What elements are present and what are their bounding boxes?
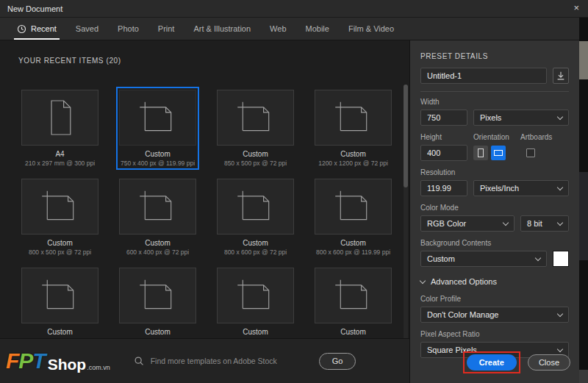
tab-label: Photo — [118, 24, 139, 33]
tab-recent[interactable]: Recent — [7, 18, 66, 40]
tab-label: Recent — [31, 24, 57, 33]
orientation-group — [473, 146, 514, 160]
tab-mobile[interactable]: Mobile — [296, 18, 339, 40]
preset-tile-custom[interactable]: Custom 600 x 400 px @ 72 ppi — [116, 176, 199, 259]
tab-label: Mobile — [306, 24, 329, 33]
color-mode-select[interactable]: RGB Color — [420, 215, 514, 232]
logo-letter-f: F — [6, 350, 18, 372]
bit-depth-select[interactable]: 8 bit — [520, 215, 569, 232]
preset-name: Custom — [119, 150, 196, 158]
document-custom-icon — [39, 190, 82, 223]
resolution-field-wrap — [420, 180, 467, 196]
preset-dimensions: 210 x 297 mm @ 300 ppi — [21, 160, 98, 167]
close-button[interactable]: Close — [528, 354, 570, 371]
preset-tile-custom[interactable]: Custom 800 x 600 px @ 72 ppi — [214, 176, 297, 259]
height-input[interactable] — [427, 148, 461, 157]
document-portrait-icon — [43, 96, 77, 140]
preset-name: A4 — [21, 150, 98, 158]
chevron-down-icon — [535, 254, 541, 260]
advanced-options-toggle[interactable]: Advanced Options — [420, 277, 569, 286]
preset-thumb — [217, 179, 294, 235]
document-name-row — [420, 68, 569, 84]
document-custom-icon — [332, 190, 375, 223]
recent-items-grid: YOUR RECENT ITEMS (20) A4 210 x 297 mm @… — [0, 40, 409, 338]
preset-tile-custom[interactable]: Custom 850 x 500 px @ 72 ppi — [214, 87, 297, 170]
width-row: Pixels — [420, 110, 569, 126]
go-button[interactable]: Go — [319, 353, 356, 370]
background-fragment — [579, 370, 588, 383]
background-contents-row: Custom — [420, 251, 569, 267]
fpt-shop-logo: FPT Shop .com.vn — [6, 350, 110, 372]
portrait-icon — [478, 148, 484, 157]
preset-thumb — [21, 179, 98, 235]
preset-tile-custom[interactable]: Custom 1200 x 1200 px @ 72 ppi — [312, 87, 395, 170]
chevron-down-icon — [557, 219, 563, 225]
document-name-input[interactable] — [427, 71, 540, 80]
document-custom-icon — [137, 190, 179, 223]
height-label: Height — [420, 133, 467, 141]
resolution-input[interactable] — [427, 184, 461, 193]
panel-divider — [420, 91, 569, 92]
stock-search-input[interactable] — [151, 357, 309, 365]
footer-bar: FPT Shop .com.vn Go — [0, 338, 409, 383]
close-icon[interactable]: × — [573, 2, 579, 14]
preset-tile-custom[interactable]: Custom — [18, 265, 101, 338]
resolution-row: Pixels/Inch — [420, 180, 569, 196]
preset-tile-custom[interactable]: Custom 800 x 500 px @ 72 ppi — [18, 176, 101, 259]
tab-label: Print — [158, 24, 175, 33]
advanced-options-label: Advanced Options — [431, 277, 497, 286]
tab-photo[interactable]: Photo — [108, 18, 148, 40]
tab-web[interactable]: Web — [260, 18, 295, 40]
document-custom-icon — [137, 101, 179, 135]
color-mode-row: RGB Color 8 bit — [420, 215, 569, 232]
height-labels-row: Height Orientation Artboards — [420, 133, 569, 141]
landscape-icon — [494, 150, 503, 156]
preset-name: Custom — [119, 239, 196, 247]
preset-tile-custom[interactable]: Custom — [214, 265, 297, 338]
document-custom-icon — [332, 101, 375, 135]
preset-tile-a4[interactable]: A4 210 x 297 mm @ 300 ppi — [18, 87, 101, 170]
preset-tile-custom[interactable]: Custom — [116, 265, 199, 338]
background-fragment — [579, 41, 588, 79]
scrollbar-thumb[interactable] — [404, 85, 408, 187]
save-preset-button[interactable] — [553, 68, 569, 84]
preset-tile-custom-selected[interactable]: Custom 750 x 400 px @ 119.99 ppi — [116, 87, 199, 170]
vertical-scrollbar[interactable] — [404, 85, 408, 373]
document-custom-icon — [332, 279, 375, 312]
logo-letter-t: T — [32, 350, 45, 372]
preset-name: Custom — [119, 328, 196, 336]
preset-thumb — [217, 268, 294, 323]
preset-dimensions: 800 x 600 px @ 119.99 ppi — [315, 248, 392, 256]
background-contents-select[interactable]: Custom — [420, 251, 547, 267]
width-input[interactable] — [427, 113, 461, 122]
resolution-unit-select[interactable]: Pixels/Inch — [473, 180, 569, 196]
preset-thumb — [315, 90, 392, 146]
tab-label: Web — [270, 24, 286, 33]
clock-icon — [17, 24, 26, 34]
chevron-down-icon — [420, 277, 426, 283]
preset-thumb — [315, 179, 392, 235]
artboards-checkbox[interactable] — [526, 148, 535, 157]
dialog-titlebar: New Document × — [0, 0, 588, 18]
preset-thumb — [21, 268, 98, 323]
color-profile-select[interactable]: Don't Color Manage — [420, 307, 569, 323]
width-unit-select[interactable]: Pixels — [473, 110, 569, 126]
tab-print[interactable]: Print — [148, 18, 184, 40]
orientation-landscape-button[interactable] — [491, 146, 506, 160]
preset-tile-custom[interactable]: Custom 800 x 600 px @ 119.99 ppi — [312, 176, 395, 259]
create-button[interactable]: Create — [467, 354, 517, 371]
preset-name: Custom — [217, 239, 294, 247]
preset-dimensions: 800 x 500 px @ 72 ppi — [21, 248, 98, 256]
tab-film-video[interactable]: Film & Video — [339, 18, 404, 40]
background-contents-value: Custom — [427, 254, 455, 263]
tab-saved[interactable]: Saved — [66, 18, 108, 40]
dialog-action-buttons: Create Close — [463, 351, 570, 373]
background-strip — [579, 18, 588, 383]
preset-tile-custom[interactable]: Custom — [312, 265, 395, 338]
color-mode-value: RGB Color — [427, 219, 466, 228]
chevron-down-icon — [503, 219, 509, 225]
tab-art-illustration[interactable]: Art & Illustration — [184, 18, 260, 40]
preset-name: Custom — [21, 328, 98, 336]
orientation-portrait-button[interactable] — [473, 146, 488, 160]
background-color-swatch[interactable] — [553, 251, 569, 267]
